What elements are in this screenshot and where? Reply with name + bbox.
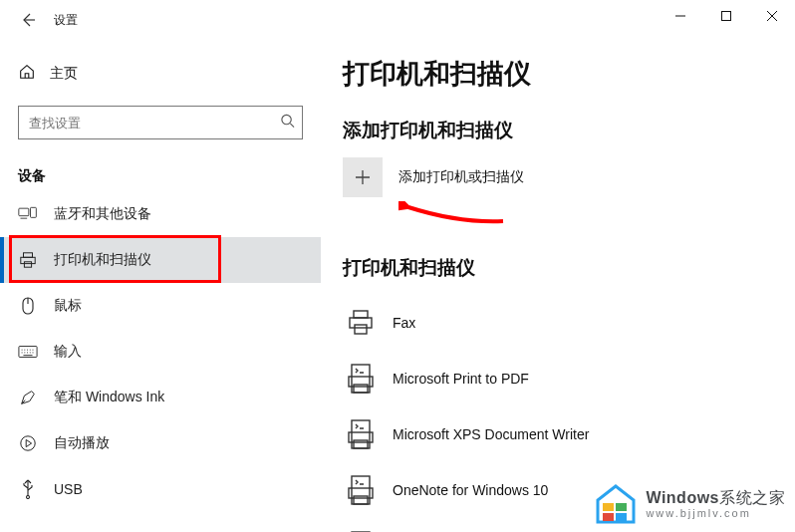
printer-device-icon bbox=[343, 307, 379, 339]
sidebar-item-label: 输入 bbox=[54, 343, 82, 361]
sidebar-item-label: 自动播放 bbox=[54, 434, 110, 452]
printer-device-icon bbox=[343, 474, 379, 506]
sidebar-home-label: 主页 bbox=[50, 65, 78, 83]
svg-rect-3 bbox=[31, 207, 37, 217]
printer-name: Fax bbox=[393, 315, 415, 331]
svg-rect-4 bbox=[24, 253, 33, 257]
printer-name: OneNote for Windows 10 bbox=[393, 482, 548, 498]
sidebar-item-printers[interactable]: 打印机和扫描仪 bbox=[0, 237, 321, 283]
svg-rect-20 bbox=[352, 476, 370, 504]
printer-device-icon bbox=[343, 418, 379, 450]
search-input[interactable] bbox=[18, 106, 303, 139]
printer-item-xps[interactable]: Microsoft XPS Document Writer bbox=[343, 406, 775, 462]
sidebar-item-pen[interactable]: 笔和 Windows Ink bbox=[0, 375, 321, 420]
svg-rect-25 bbox=[616, 503, 627, 511]
mouse-icon bbox=[18, 297, 38, 315]
annotation-arrow bbox=[398, 201, 775, 231]
printer-name: Microsoft XPS Document Writer bbox=[393, 426, 589, 442]
sidebar-item-autoplay[interactable]: 自动播放 bbox=[0, 420, 321, 466]
page-title: 打印机和扫描仪 bbox=[343, 56, 775, 92]
pen-icon bbox=[18, 389, 38, 406]
sidebar-group-header: 设备 bbox=[0, 157, 321, 191]
watermark: Windows系统之家 www.bjjmlv.com bbox=[594, 482, 785, 526]
usb-icon bbox=[18, 479, 38, 499]
svg-rect-17 bbox=[352, 420, 370, 448]
search-icon bbox=[280, 114, 295, 133]
svg-rect-11 bbox=[354, 311, 368, 318]
watermark-logo-icon bbox=[594, 482, 638, 526]
printer-icon bbox=[18, 251, 38, 269]
svg-rect-2 bbox=[19, 208, 29, 216]
svg-rect-27 bbox=[616, 513, 627, 521]
sidebar-item-mouse[interactable]: 鼠标 bbox=[0, 283, 321, 329]
sidebar-item-label: 鼠标 bbox=[54, 297, 82, 315]
svg-rect-19 bbox=[354, 440, 368, 448]
close-button[interactable] bbox=[749, 0, 795, 32]
svg-rect-26 bbox=[603, 513, 614, 521]
sidebar-item-bluetooth[interactable]: 蓝牙和其他设备 bbox=[0, 191, 321, 237]
printer-item-pdf[interactable]: Microsoft Print to PDF bbox=[343, 351, 775, 406]
content-area: 打印机和扫描仪 添加打印机和扫描仪 添加打印机或扫描仪 打印机和扫描仪 Fax bbox=[321, 40, 795, 532]
close-icon bbox=[767, 11, 777, 21]
keyboard-icon bbox=[18, 345, 38, 359]
svg-rect-6 bbox=[24, 262, 31, 267]
plus-icon bbox=[353, 167, 373, 187]
printer-name: Microsoft Print to PDF bbox=[393, 371, 529, 387]
add-button[interactable] bbox=[343, 157, 383, 197]
svg-rect-0 bbox=[722, 12, 731, 21]
svg-rect-22 bbox=[354, 496, 368, 504]
add-printer-row[interactable]: 添加打印机或扫描仪 bbox=[343, 157, 775, 197]
svg-rect-14 bbox=[352, 365, 370, 393]
title-bar: 设置 bbox=[0, 0, 795, 40]
sidebar-item-label: USB bbox=[54, 481, 83, 497]
section-header-add: 添加打印机和扫描仪 bbox=[343, 118, 775, 143]
minimize-button[interactable] bbox=[658, 0, 703, 32]
svg-rect-13 bbox=[355, 325, 367, 334]
printer-item-fax[interactable]: Fax bbox=[343, 295, 775, 351]
svg-point-1 bbox=[282, 115, 291, 124]
autoplay-icon bbox=[18, 434, 38, 452]
search-box bbox=[18, 106, 303, 139]
svg-rect-5 bbox=[21, 257, 35, 263]
sidebar-item-typing[interactable]: 输入 bbox=[0, 329, 321, 375]
printer-device-icon bbox=[343, 363, 379, 395]
watermark-line1: Windows系统之家 bbox=[646, 489, 785, 507]
maximize-button[interactable] bbox=[703, 0, 749, 32]
maximize-icon bbox=[721, 11, 731, 21]
svg-point-9 bbox=[21, 436, 35, 450]
home-icon bbox=[18, 63, 36, 85]
sidebar-home[interactable]: 主页 bbox=[0, 52, 321, 96]
svg-rect-12 bbox=[350, 318, 372, 328]
sidebar-item-label: 蓝牙和其他设备 bbox=[54, 205, 151, 223]
section-header-list: 打印机和扫描仪 bbox=[343, 255, 775, 281]
svg-point-10 bbox=[27, 496, 30, 499]
sidebar-item-usb[interactable]: USB bbox=[0, 466, 321, 512]
svg-rect-16 bbox=[354, 385, 368, 393]
arrow-left-icon bbox=[20, 12, 36, 28]
sidebar: 主页 设备 蓝牙和其他设备 打印机和扫描仪 bbox=[0, 40, 321, 532]
devices-icon bbox=[18, 206, 38, 222]
back-button[interactable] bbox=[8, 0, 48, 40]
minimize-icon bbox=[675, 11, 685, 21]
sidebar-item-label: 打印机和扫描仪 bbox=[54, 251, 151, 269]
watermark-line2: www.bjjmlv.com bbox=[646, 507, 785, 519]
sidebar-item-label: 笔和 Windows Ink bbox=[54, 389, 164, 406]
window-title: 设置 bbox=[54, 12, 78, 29]
window-controls bbox=[658, 0, 795, 32]
add-button-label: 添加打印机或扫描仪 bbox=[398, 168, 524, 186]
svg-rect-24 bbox=[603, 503, 614, 511]
